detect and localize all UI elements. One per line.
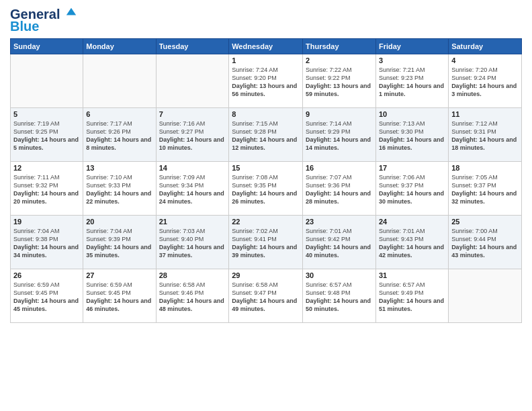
day-info: Sunrise: 7:22 AMSunset: 9:22 PMDaylight:…: [306, 66, 373, 99]
day-info: Sunrise: 7:04 AMSunset: 9:38 PMDaylight:…: [13, 227, 80, 260]
day-number: 27: [86, 271, 152, 279]
day-number: 11: [451, 110, 519, 118]
calendar-cell: 3Sunrise: 7:21 AMSunset: 9:23 PMDaylight…: [375, 54, 448, 108]
calendar-cell: 18Sunrise: 7:05 AMSunset: 9:37 PMDayligh…: [449, 162, 522, 216]
calendar-cell: 17Sunrise: 7:06 AMSunset: 9:37 PMDayligh…: [375, 162, 448, 216]
day-number: 5: [13, 110, 80, 118]
day-number: 1: [232, 56, 300, 64]
day-info: Sunrise: 6:58 AMSunset: 9:47 PMDaylight:…: [232, 281, 300, 314]
calendar-cell: 6Sunrise: 7:17 AMSunset: 9:26 PMDaylight…: [83, 108, 156, 162]
calendar-cell: 30Sunrise: 6:57 AMSunset: 9:48 PMDayligh…: [303, 269, 376, 323]
week-row-1: 5Sunrise: 7:19 AMSunset: 9:25 PMDaylight…: [11, 108, 522, 162]
calendar-cell: 14Sunrise: 7:09 AMSunset: 9:34 PMDayligh…: [156, 162, 229, 216]
svg-marker-0: [66, 8, 76, 15]
day-number: 22: [232, 218, 300, 226]
day-number: 20: [86, 218, 152, 226]
calendar-cell: 22Sunrise: 7:02 AMSunset: 9:41 PMDayligh…: [229, 216, 303, 269]
calendar-cell: 16Sunrise: 7:07 AMSunset: 9:36 PMDayligh…: [303, 162, 376, 216]
day-number: 6: [86, 110, 152, 118]
day-info: Sunrise: 7:20 AMSunset: 9:24 PMDaylight:…: [451, 66, 519, 99]
day-number: 21: [159, 218, 226, 226]
day-number: 15: [232, 164, 300, 172]
day-info: Sunrise: 7:24 AMSunset: 9:20 PMDaylight:…: [232, 66, 300, 99]
header: General Blue: [10, 7, 522, 34]
day-number: 3: [379, 56, 445, 64]
day-number: 8: [232, 110, 300, 118]
day-info: Sunrise: 7:07 AMSunset: 9:36 PMDaylight:…: [306, 173, 373, 206]
calendar-cell: 26Sunrise: 6:59 AMSunset: 9:45 PMDayligh…: [11, 269, 83, 323]
calendar-cell: 20Sunrise: 7:04 AMSunset: 9:39 PMDayligh…: [83, 216, 156, 269]
calendar-cell: 23Sunrise: 7:01 AMSunset: 9:42 PMDayligh…: [303, 216, 376, 269]
logo-icon: [65, 7, 77, 19]
week-row-3: 19Sunrise: 7:04 AMSunset: 9:38 PMDayligh…: [11, 216, 522, 269]
weekday-header-saturday: Saturday: [449, 39, 522, 54]
day-info: Sunrise: 7:01 AMSunset: 9:42 PMDaylight:…: [306, 227, 373, 260]
calendar-cell: [11, 54, 83, 108]
day-info: Sunrise: 7:12 AMSunset: 9:31 PMDaylight:…: [451, 120, 519, 152]
calendar-cell: 25Sunrise: 7:00 AMSunset: 9:44 PMDayligh…: [449, 216, 522, 269]
day-info: Sunrise: 6:57 AMSunset: 9:49 PMDaylight:…: [379, 281, 445, 314]
calendar-cell: [449, 269, 522, 323]
calendar-cell: 4Sunrise: 7:20 AMSunset: 9:24 PMDaylight…: [449, 54, 522, 108]
day-number: 2: [306, 56, 373, 64]
day-number: 4: [451, 56, 519, 64]
calendar-cell: 5Sunrise: 7:19 AMSunset: 9:25 PMDaylight…: [11, 108, 83, 162]
calendar-cell: 10Sunrise: 7:13 AMSunset: 9:30 PMDayligh…: [375, 108, 448, 162]
day-number: 28: [159, 271, 226, 279]
page: General Blue SundayMondayTuesdayWednesda…: [0, 0, 532, 330]
day-number: 17: [379, 164, 445, 172]
day-info: Sunrise: 6:59 AMSunset: 9:45 PMDaylight:…: [86, 281, 152, 314]
calendar-cell: 7Sunrise: 7:16 AMSunset: 9:27 PMDaylight…: [156, 108, 229, 162]
calendar-cell: 31Sunrise: 6:57 AMSunset: 9:49 PMDayligh…: [375, 269, 448, 323]
week-row-2: 12Sunrise: 7:11 AMSunset: 9:32 PMDayligh…: [11, 162, 522, 216]
calendar-cell: 28Sunrise: 6:58 AMSunset: 9:46 PMDayligh…: [156, 269, 229, 323]
day-info: Sunrise: 7:16 AMSunset: 9:27 PMDaylight:…: [159, 120, 226, 152]
day-number: 9: [306, 110, 373, 118]
day-info: Sunrise: 7:10 AMSunset: 9:33 PMDaylight:…: [86, 173, 152, 206]
day-number: 29: [232, 271, 300, 279]
calendar-cell: 2Sunrise: 7:22 AMSunset: 9:22 PMDaylight…: [303, 54, 376, 108]
calendar: SundayMondayTuesdayWednesdayThursdayFrid…: [10, 38, 522, 323]
day-info: Sunrise: 7:05 AMSunset: 9:37 PMDaylight:…: [451, 173, 519, 206]
day-info: Sunrise: 6:58 AMSunset: 9:46 PMDaylight:…: [159, 281, 226, 314]
day-number: 24: [379, 218, 445, 226]
day-number: 30: [306, 271, 373, 279]
week-row-4: 26Sunrise: 6:59 AMSunset: 9:45 PMDayligh…: [11, 269, 522, 323]
weekday-header-wednesday: Wednesday: [229, 39, 303, 54]
day-number: 25: [451, 218, 519, 226]
weekday-header-thursday: Thursday: [303, 39, 376, 54]
calendar-cell: 24Sunrise: 7:01 AMSunset: 9:43 PMDayligh…: [375, 216, 448, 269]
day-info: Sunrise: 7:01 AMSunset: 9:43 PMDaylight:…: [379, 227, 445, 260]
calendar-cell: 11Sunrise: 7:12 AMSunset: 9:31 PMDayligh…: [449, 108, 522, 162]
weekday-header-friday: Friday: [375, 39, 448, 54]
calendar-cell: 9Sunrise: 7:14 AMSunset: 9:29 PMDaylight…: [303, 108, 376, 162]
day-info: Sunrise: 7:15 AMSunset: 9:28 PMDaylight:…: [232, 120, 300, 152]
calendar-cell: 15Sunrise: 7:08 AMSunset: 9:35 PMDayligh…: [229, 162, 303, 216]
weekday-header-tuesday: Tuesday: [156, 39, 229, 54]
day-info: Sunrise: 7:08 AMSunset: 9:35 PMDaylight:…: [232, 173, 300, 206]
calendar-cell: 12Sunrise: 7:11 AMSunset: 9:32 PMDayligh…: [11, 162, 83, 216]
day-number: 31: [379, 271, 445, 279]
day-info: Sunrise: 7:17 AMSunset: 9:26 PMDaylight:…: [86, 120, 152, 152]
calendar-cell: [83, 54, 156, 108]
calendar-cell: 1Sunrise: 7:24 AMSunset: 9:20 PMDaylight…: [229, 54, 303, 108]
day-info: Sunrise: 7:02 AMSunset: 9:41 PMDaylight:…: [232, 227, 300, 260]
day-info: Sunrise: 6:57 AMSunset: 9:48 PMDaylight:…: [306, 281, 373, 314]
calendar-cell: 29Sunrise: 6:58 AMSunset: 9:47 PMDayligh…: [229, 269, 303, 323]
day-info: Sunrise: 7:00 AMSunset: 9:44 PMDaylight:…: [451, 227, 519, 260]
day-number: 10: [379, 110, 445, 118]
day-info: Sunrise: 7:14 AMSunset: 9:29 PMDaylight:…: [306, 120, 373, 152]
day-number: 14: [159, 164, 226, 172]
day-info: Sunrise: 7:06 AMSunset: 9:37 PMDaylight:…: [379, 173, 445, 206]
day-info: Sunrise: 6:59 AMSunset: 9:45 PMDaylight:…: [13, 281, 80, 314]
day-number: 16: [306, 164, 373, 172]
day-info: Sunrise: 7:04 AMSunset: 9:39 PMDaylight:…: [86, 227, 152, 260]
weekday-header-monday: Monday: [83, 39, 156, 54]
day-number: 7: [159, 110, 226, 118]
week-row-0: 1Sunrise: 7:24 AMSunset: 9:20 PMDaylight…: [11, 54, 522, 108]
weekday-header-sunday: Sunday: [11, 39, 83, 54]
calendar-cell: 8Sunrise: 7:15 AMSunset: 9:28 PMDaylight…: [229, 108, 303, 162]
day-number: 26: [13, 271, 80, 279]
day-info: Sunrise: 7:19 AMSunset: 9:25 PMDaylight:…: [13, 120, 80, 152]
calendar-cell: [156, 54, 229, 108]
